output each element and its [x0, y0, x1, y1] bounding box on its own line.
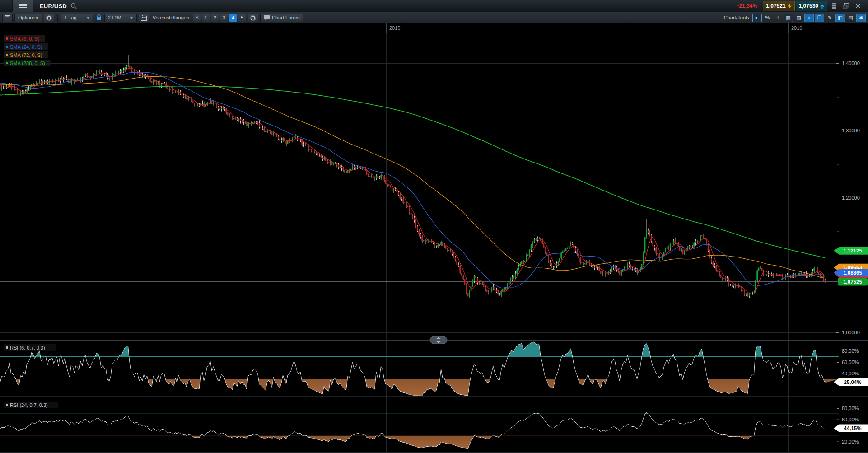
sell-price-button[interactable]: 1,07521: [763, 1, 794, 11]
chevron-down-icon: [86, 17, 90, 19]
calendar-icon: [141, 15, 147, 21]
sma-legend-label: SMA (24, 0, S): [10, 44, 42, 50]
sma-72-line: [0, 77, 825, 278]
rsi-axis-label: 40,00%: [842, 371, 859, 376]
restore-window-icon[interactable]: [843, 3, 849, 9]
gear-icon: [46, 15, 52, 21]
svg-text:1,08865: 1,08865: [843, 270, 862, 276]
layout-button-4[interactable]: 4: [229, 14, 237, 22]
chart-area: 201520161,400001,300001,200001,000001,12…: [0, 23, 868, 453]
candles-layer: [0, 55, 826, 301]
draw-edit-icon[interactable]: ✎: [825, 14, 835, 22]
sma-6-line: [0, 68, 825, 294]
rsi-axis-label: 60,00%: [842, 417, 859, 422]
title-bar: EUR/USD -21,34% 1,07521 1,07530: [0, 0, 868, 12]
change-percent: -21,34%: [737, 3, 758, 9]
options-settings-button[interactable]: [44, 14, 54, 22]
sma-legend-label: SMA (6, 0, S): [10, 36, 39, 42]
rsi-legend-label: RSI (24, 0.7, 0.3): [10, 402, 48, 408]
layout-button-1[interactable]: 1: [202, 14, 210, 22]
sma-legend-label: SMA (288, 0, S): [10, 61, 45, 66]
grid-edit-icon[interactable]: ▨: [794, 14, 803, 22]
svg-text:25,04%: 25,04%: [844, 379, 861, 385]
eraser-icon[interactable]: ◧: [835, 14, 845, 22]
print-icon[interactable]: ▤: [846, 14, 855, 22]
grid-icon[interactable]: ▦: [784, 14, 793, 22]
sell-price-value: 1,07521: [766, 3, 785, 9]
chart-tools-icons: ⇤%T▦▨⌖❐✎◧▤✱: [752, 14, 866, 22]
sma-288-line: [0, 86, 825, 258]
price-axis-label: 1,20000: [842, 195, 860, 201]
chart-forum-button[interactable]: Chart Forum: [260, 14, 303, 22]
range-value: 2J 1M: [108, 15, 121, 20]
lock-icon[interactable]: [96, 14, 102, 21]
chat-bubble-icon: [264, 15, 270, 20]
svg-text:1,07525: 1,07525: [843, 279, 862, 285]
options-button[interactable]: Optionen: [14, 14, 42, 22]
svg-text:44,15%: 44,15%: [844, 425, 861, 431]
sma-24-line: [0, 72, 825, 288]
rsi-axis-label: 60,00%: [842, 360, 859, 365]
cascade-windows-icon[interactable]: ❐: [815, 14, 824, 22]
chart-forum-label: Chart Forum: [272, 15, 300, 20]
hamburger-icon: [19, 3, 27, 9]
price-axis-label: 1,40000: [842, 61, 860, 66]
chart-toolbar: Optionen 1 Tag 2J 1M Voreinstellungen S1…: [0, 12, 868, 23]
rsi-axis-label: 80,00%: [842, 348, 859, 354]
chevron-down-icon: [130, 17, 133, 19]
list-icon: [5, 15, 10, 20]
percent-scale-icon[interactable]: %: [763, 14, 772, 22]
text-size-icon[interactable]: T: [773, 14, 783, 22]
interval-value: 1 Tag: [65, 15, 77, 20]
close-icon[interactable]: [855, 3, 861, 9]
svg-text:1,12125: 1,12125: [843, 248, 862, 253]
layout-button-5[interactable]: 5: [238, 14, 246, 22]
layout-button-2[interactable]: 2: [211, 14, 219, 22]
rsi-legend-label: RSI (6, 0.7, 0.3): [10, 345, 45, 350]
sma-legend-label: SMA (72, 0, S): [10, 52, 42, 58]
buy-price-value: 1,07530: [799, 3, 818, 9]
search-icon[interactable]: [70, 3, 77, 9]
x-axis-year-label: 2015: [389, 25, 400, 31]
chart-tools-group: Chart-Tools ⇤%T▦▨⌖❐✎◧▤✱: [724, 14, 866, 22]
presets-label: Voreinstellungen: [153, 15, 189, 20]
buy-price-button[interactable]: 1,07530: [796, 1, 827, 11]
chart-canvas[interactable]: 201520161,400001,300001,200001,000001,12…: [0, 23, 868, 453]
chart-list-button[interactable]: [2, 14, 13, 22]
pin-tool-icon[interactable]: ⌖: [804, 14, 814, 22]
toolbar-separator: [57, 14, 58, 22]
layout-button-s[interactable]: S: [193, 14, 201, 22]
grip-icon[interactable]: [832, 3, 836, 9]
price-axis-label: 1,00000: [842, 330, 860, 335]
menu-button[interactable]: [12, 0, 33, 12]
price-axis-label: 1,30000: [842, 128, 860, 133]
layout-settings-button[interactable]: [248, 14, 258, 22]
range-dropdown[interactable]: 2J 1M: [104, 14, 137, 22]
sell-arrow-down-icon: [788, 4, 792, 9]
pane-collapse-handle[interactable]: [430, 336, 447, 344]
buy-arrow-up-icon: [820, 4, 824, 9]
calendar-button[interactable]: [139, 14, 149, 22]
x-axis-year-label: 2016: [791, 25, 802, 31]
rsi-axis-label: 80,00%: [842, 406, 859, 411]
layout-button-group: S12345: [193, 14, 246, 22]
chart-settings-icon[interactable]: ✱: [856, 14, 866, 22]
instrument-title: EUR/USD: [40, 3, 67, 9]
rsi-axis-label: 20,00%: [842, 439, 859, 444]
layout-button-3[interactable]: 3: [220, 14, 228, 22]
chart-tools-label: Chart-Tools: [724, 15, 749, 20]
gear-icon: [250, 15, 256, 21]
cursor-tool-icon[interactable]: ⇤: [752, 14, 762, 22]
window-controls: [832, 3, 861, 9]
interval-dropdown[interactable]: 1 Tag: [61, 14, 93, 22]
